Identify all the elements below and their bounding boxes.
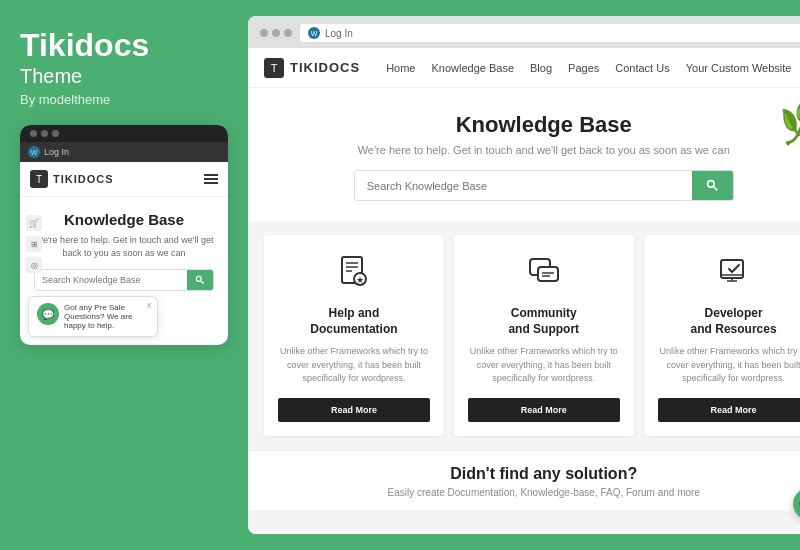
address-bar[interactable]: W Log In: [300, 24, 800, 42]
brand-by: By modeltheme: [20, 92, 228, 107]
mobile-logo: T TIKIDOCS: [30, 170, 114, 188]
browser-dot-1: [260, 29, 268, 37]
card-help-documentation: ★ Help andDocumentation Unlike other Fra…: [264, 235, 444, 436]
mobile-topbar-label: Log In: [44, 147, 69, 157]
card-3-title: Developerand Resources: [658, 306, 800, 337]
card-2-button[interactable]: Read More: [468, 398, 620, 422]
card-1-icon: ★: [278, 253, 430, 296]
nav-blog[interactable]: Blog: [530, 62, 552, 74]
nav-custom-website[interactable]: Your Custom Website: [686, 62, 792, 74]
mobile-search-row: [34, 269, 214, 291]
chat-close-icon[interactable]: ×: [146, 300, 152, 311]
hamburger-icon[interactable]: [204, 174, 218, 184]
card-1-title: Help andDocumentation: [278, 306, 430, 337]
side-icon-grid: ⊞: [26, 236, 42, 252]
card-developer-resources: Developerand Resources Unlike other Fram…: [644, 235, 800, 436]
card-3-button[interactable]: Read More: [658, 398, 800, 422]
site-hero: 🌿 Knowledge Base We're here to help. Get…: [248, 88, 800, 221]
card-2-title: Communityand Support: [468, 306, 620, 337]
dot-3: [52, 130, 59, 137]
cards-section: ★ Help andDocumentation Unlike other Fra…: [248, 221, 800, 450]
mobile-topbar: W Log In: [20, 142, 228, 162]
browser-dots: [260, 29, 292, 37]
mobile-search-input[interactable]: [35, 270, 187, 290]
nav-pages[interactable]: Pages: [568, 62, 599, 74]
mobile-logo-text: TIKIDOCS: [53, 173, 114, 185]
svg-point-0: [196, 277, 201, 282]
bottom-description: Easily create Documentation, Knowledge-b…: [268, 487, 800, 498]
address-bar-text: Log In: [325, 28, 353, 39]
chat-bubble-text: Got any Pre Sale Questions? We are happy…: [64, 303, 149, 330]
card-2-icon: [468, 253, 620, 296]
card-3-desc: Unlike other Frameworks which try to cov…: [658, 345, 800, 386]
mobile-card-dots: [20, 125, 228, 142]
plant-decoration: 🌿: [779, 103, 800, 143]
card-2-desc: Unlike other Frameworks which try to cov…: [468, 345, 620, 386]
card-3-icon: [658, 253, 800, 296]
brand-subtitle: Theme: [20, 65, 228, 88]
nav-knowledge-base[interactable]: Knowledge Base: [431, 62, 514, 74]
mobile-nav: T TIKIDOCS: [20, 162, 228, 197]
nav-home[interactable]: Home: [386, 62, 415, 74]
mobile-hero-title: Knowledge Base: [32, 211, 216, 228]
hero-title: Knowledge Base: [268, 112, 800, 138]
svg-point-2: [707, 181, 714, 188]
card-1-desc: Unlike other Frameworks which try to cov…: [278, 345, 430, 386]
brand-title: Tikidocs: [20, 28, 228, 63]
mobile-preview-card: W Log In T TIKIDOCS Knowledge Base We're…: [20, 125, 228, 345]
browser-chrome: W Log In: [248, 16, 800, 48]
svg-line-3: [713, 187, 717, 191]
chat-bubble: 💬 Got any Pre Sale Questions? We are hap…: [28, 296, 158, 337]
mobile-logo-char: T: [36, 174, 42, 185]
chat-avatar-icon: 💬: [37, 303, 59, 325]
hero-search-bar: [354, 170, 734, 201]
svg-text:★: ★: [356, 275, 364, 285]
browser-window: W Log In T TIKIDOCS Home Knowledge Base …: [248, 8, 800, 542]
mobile-hero-desc: We're here to help. Get in touch and we'…: [32, 234, 216, 259]
wp-browser-char: W: [311, 30, 318, 37]
chat-widget-button[interactable]: 💬: [793, 488, 800, 520]
chat-widget-wrapper: 💬: [793, 488, 800, 520]
browser-panel: W Log In T TIKIDOCS Home Knowledge Base …: [248, 16, 800, 534]
mobile-hero: Knowledge Base We're here to help. Get i…: [20, 197, 228, 301]
site-nav: T TIKIDOCS Home Knowledge Base Blog Page…: [248, 48, 800, 88]
mobile-logo-icon: T: [30, 170, 48, 188]
wp-browser-icon: W: [308, 27, 320, 39]
card-community-support: Communityand Support Unlike other Framew…: [454, 235, 634, 436]
dot-1: [30, 130, 37, 137]
svg-rect-11: [538, 267, 558, 281]
hero-search-input[interactable]: [355, 171, 692, 200]
site-content: T TIKIDOCS Home Knowledge Base Blog Page…: [248, 48, 800, 534]
wp-icon: W: [28, 146, 40, 158]
site-logo: T TIKIDOCS: [264, 58, 360, 78]
site-logo-char: T: [271, 62, 278, 74]
nav-contact-us[interactable]: Contact Us: [615, 62, 669, 74]
card-1-button[interactable]: Read More: [278, 398, 430, 422]
site-logo-icon: T: [264, 58, 284, 78]
site-logo-text: TIKIDOCS: [290, 60, 360, 75]
side-icon-circle: ◎: [26, 257, 42, 273]
hero-description: We're here to help. Get in touch and we'…: [268, 144, 800, 156]
side-icon-cart: 🛒: [26, 215, 42, 231]
wp-char: W: [31, 149, 38, 156]
dot-2: [41, 130, 48, 137]
bottom-title: Didn't find any solution?: [268, 465, 800, 483]
hero-search-button[interactable]: [692, 171, 733, 200]
browser-dot-2: [272, 29, 280, 37]
svg-line-1: [201, 281, 204, 284]
browser-dot-3: [284, 29, 292, 37]
left-panel: Tikidocs Theme By modeltheme W Log In T …: [0, 0, 248, 550]
mobile-search-button[interactable]: [187, 270, 213, 290]
bottom-section: Didn't find any solution? Easily create …: [248, 450, 800, 510]
